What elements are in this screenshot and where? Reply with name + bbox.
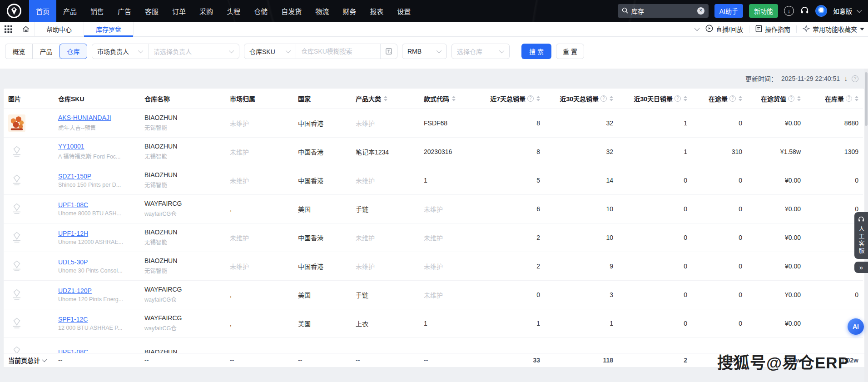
tabs-collapse-chevron-icon[interactable]: [694, 26, 699, 31]
nav-item-finance[interactable]: 财务: [336, 0, 363, 22]
sort-carets-icon[interactable]: [384, 96, 387, 101]
no-image-thumbnail[interactable]: [8, 229, 25, 246]
sku-link[interactable]: UPF1-08C: [58, 201, 88, 208]
no-image-thumbnail[interactable]: [8, 143, 25, 160]
no-image-thumbnail[interactable]: [8, 200, 25, 218]
app-logo-icon[interactable]: [6, 3, 22, 19]
cell-image: [4, 309, 54, 337]
table-row: UPF1-12HUhome 12000 ASHRAE...BIAOZHUN无锡智…: [4, 223, 863, 252]
nav-item-ads[interactable]: 广告: [111, 0, 138, 22]
cell-30d-daily-sales: 0: [618, 194, 692, 223]
cell-warehouse: BIAOZHUN无锡智能: [140, 137, 225, 166]
batch-input-icon[interactable]: [380, 44, 397, 59]
home-icon[interactable]: [17, 22, 35, 36]
currency-select[interactable]: RMB: [402, 44, 447, 59]
sku-link[interactable]: SDZ1-150P: [58, 173, 91, 180]
download-arrow-icon[interactable]: ↓: [844, 74, 848, 83]
warehouse-select[interactable]: 选择仓库: [451, 44, 510, 59]
sku-link[interactable]: SPF1-12C: [58, 316, 88, 323]
apps-grid-icon[interactable]: [0, 22, 17, 36]
operation-guide-link[interactable]: 操作指南: [755, 25, 790, 34]
sort-carets-icon[interactable]: [610, 96, 613, 101]
sku-link[interactable]: UDZ1-120P: [58, 287, 92, 294]
summary-chevron-icon[interactable]: [42, 357, 47, 362]
ai-assistant-button[interactable]: AI助手: [714, 4, 743, 18]
account-chevron-down-icon[interactable]: [857, 8, 862, 13]
live-replay-link[interactable]: 直播/回放: [705, 25, 743, 34]
nav-item-home[interactable]: 首页: [29, 0, 56, 22]
help-icon[interactable]: ?: [852, 75, 858, 82]
ai-floating-button[interactable]: AI: [848, 318, 864, 335]
nav-item-self-delivery[interactable]: 自发货: [274, 0, 308, 22]
cell-transit-value: ¥0.00: [747, 280, 805, 309]
column-help-icon[interactable]: ?: [527, 95, 534, 102]
download-icon[interactable]: ↓: [784, 6, 794, 16]
nav-item-purchase[interactable]: 采购: [193, 0, 220, 22]
sku-description: Uhome 120 Pints Energ...: [58, 296, 135, 303]
sort-carets-icon[interactable]: [797, 96, 801, 101]
chevron-down-icon: [229, 48, 234, 53]
cell-in-stock: 0: [805, 166, 863, 194]
nav-item-first-leg[interactable]: 头程: [220, 0, 247, 22]
search-button[interactable]: 搜 索: [521, 44, 551, 59]
new-feature-button[interactable]: 新功能: [749, 4, 778, 18]
no-image-thumbnail[interactable]: [8, 258, 25, 275]
no-image-thumbnail[interactable]: [8, 315, 25, 332]
nav-item-products[interactable]: 产品: [56, 0, 84, 22]
tab-help-center[interactable]: 帮助中心: [35, 22, 84, 36]
cell-sku: UDL5-30PUhome 30 Pints Consol...: [54, 252, 140, 280]
owner-select[interactable]: 请选择负责人: [148, 44, 239, 59]
no-image-thumbnail[interactable]: [8, 286, 25, 303]
column-help-icon[interactable]: ?: [600, 95, 607, 102]
no-image-thumbnail[interactable]: [8, 172, 25, 189]
nav-item-warehouse[interactable]: 仓储: [247, 0, 274, 22]
sku-link[interactable]: UPF1-12H: [58, 230, 88, 237]
nav-item-sales[interactable]: 销售: [84, 0, 111, 22]
tab-inventory-compass[interactable]: 库存罗盘: [84, 22, 134, 36]
sort-carets-icon[interactable]: [684, 96, 687, 101]
view-tab-overview[interactable]: 概览: [5, 44, 33, 59]
table-row: AKS-HUNIANDAJI虎年大吉--预售BIAOZHUN无锡智能未维护中国香…: [4, 109, 863, 137]
nav-item-settings[interactable]: 设置: [390, 0, 417, 22]
global-search-input[interactable]: 库存 ×: [618, 4, 709, 18]
sku-link[interactable]: UDL5-30P: [58, 258, 88, 266]
cell-market-value: ,: [230, 205, 232, 213]
sku-link[interactable]: AKS-HUNIANDAJI: [58, 114, 111, 121]
sort-carets-icon[interactable]: [536, 96, 540, 101]
cell-warehouse: BIAOZHUN无锡智能: [140, 252, 225, 280]
reset-button[interactable]: 重 置: [556, 44, 584, 59]
sku-type-select[interactable]: 仓库SKU: [244, 44, 296, 59]
customer-service-button[interactable]: 人工客服: [854, 212, 868, 259]
column-help-icon[interactable]: ?: [675, 95, 681, 102]
cell-30d-daily-sales: 0: [618, 309, 692, 337]
view-tab-product[interactable]: 产品: [32, 44, 60, 59]
sort-carets-icon[interactable]: [452, 96, 456, 101]
nav-item-orders[interactable]: 订单: [165, 0, 193, 22]
avatar[interactable]: [815, 5, 827, 17]
column-help-icon[interactable]: ?: [729, 95, 736, 102]
column-help-icon[interactable]: ?: [846, 95, 852, 102]
warehouse-code: BIAOZHUN: [144, 228, 221, 236]
cell-warehouse: BIAOZHUN无锡智能: [140, 166, 225, 194]
nav-item-service[interactable]: 客服: [138, 0, 165, 22]
cell-market-value: 未维护: [230, 234, 249, 242]
headset-icon[interactable]: [800, 5, 809, 16]
view-tab-warehouse[interactable]: 仓库: [60, 44, 87, 59]
col-image: 图片: [4, 89, 54, 109]
cell-market: 未维护: [225, 252, 293, 280]
sort-carets-icon[interactable]: [739, 96, 742, 101]
search-clear-icon[interactable]: ×: [697, 7, 704, 15]
scrollbar-thumb[interactable]: [865, 72, 868, 126]
product-thumbnail[interactable]: [8, 114, 25, 132]
nav-item-logistics[interactable]: 物流: [308, 0, 336, 22]
favorites-menu[interactable]: 常用功能收藏夹: [803, 25, 864, 34]
column-help-icon[interactable]: ?: [788, 95, 794, 102]
sku-search-input[interactable]: [296, 44, 380, 59]
collapse-button[interactable]: »: [854, 262, 868, 273]
cell-country-value: 中国香港: [298, 177, 323, 184]
cell-image: [4, 137, 54, 166]
sort-carets-icon[interactable]: [855, 96, 858, 101]
market-owner-select[interactable]: 市场负责人: [92, 44, 148, 59]
nav-item-reports[interactable]: 报表: [363, 0, 390, 22]
sku-link[interactable]: YY10001: [58, 143, 84, 150]
